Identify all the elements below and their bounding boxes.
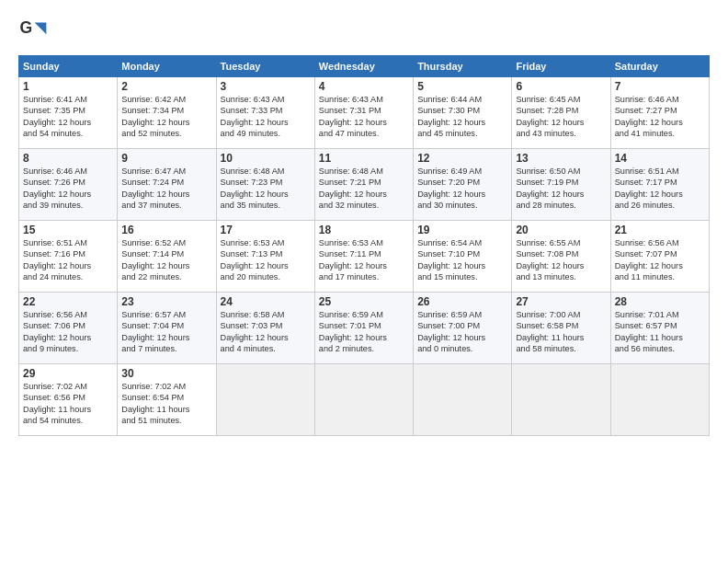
calendar-cell: 12Sunrise: 6:49 AMSunset: 7:20 PMDayligh… xyxy=(414,149,512,221)
day-info: Sunrise: 7:02 AMSunset: 6:56 PMDaylight:… xyxy=(23,381,113,427)
header-cell-tuesday: Tuesday xyxy=(216,56,314,77)
calendar-cell: 30Sunrise: 7:02 AMSunset: 6:54 PMDayligh… xyxy=(118,364,216,436)
day-number: 24 xyxy=(221,295,311,308)
day-info: Sunrise: 6:41 AMSunset: 7:35 PMDaylight:… xyxy=(23,94,113,140)
week-row-3: 15Sunrise: 6:51 AMSunset: 7:16 PMDayligh… xyxy=(19,221,710,293)
calendar-cell xyxy=(610,364,709,436)
calendar-cell: 1Sunrise: 6:41 AMSunset: 7:35 PMDaylight… xyxy=(19,77,118,149)
header-cell-wednesday: Wednesday xyxy=(314,56,413,77)
calendar-table: SundayMondayTuesdayWednesdayThursdayFrid… xyxy=(18,55,710,436)
day-number: 8 xyxy=(23,152,113,165)
day-number: 5 xyxy=(417,80,507,93)
calendar-cell: 24Sunrise: 6:58 AMSunset: 7:03 PMDayligh… xyxy=(216,293,314,364)
day-number: 23 xyxy=(121,295,211,308)
calendar-cell: 28Sunrise: 7:01 AMSunset: 6:57 PMDayligh… xyxy=(610,293,709,364)
day-number: 29 xyxy=(23,367,113,380)
day-info: Sunrise: 6:53 AMSunset: 7:13 PMDaylight:… xyxy=(221,237,311,283)
day-info: Sunrise: 6:56 AMSunset: 7:07 PMDaylight:… xyxy=(615,237,705,283)
calendar-cell xyxy=(414,364,512,436)
header-row: SundayMondayTuesdayWednesdayThursdayFrid… xyxy=(19,56,710,77)
calendar-cell: 14Sunrise: 6:51 AMSunset: 7:17 PMDayligh… xyxy=(610,149,709,221)
calendar-cell: 19Sunrise: 6:54 AMSunset: 7:10 PMDayligh… xyxy=(414,221,512,293)
day-number: 30 xyxy=(121,367,211,380)
calendar-cell: 27Sunrise: 7:00 AMSunset: 6:58 PMDayligh… xyxy=(512,293,610,364)
calendar-cell: 11Sunrise: 6:48 AMSunset: 7:21 PMDayligh… xyxy=(314,149,413,221)
day-number: 16 xyxy=(121,224,211,236)
calendar-cell: 20Sunrise: 6:55 AMSunset: 7:08 PMDayligh… xyxy=(512,221,610,293)
day-info: Sunrise: 6:43 AMSunset: 7:31 PMDaylight:… xyxy=(319,94,409,140)
day-info: Sunrise: 6:48 AMSunset: 7:21 PMDaylight:… xyxy=(319,166,409,212)
day-number: 4 xyxy=(319,80,409,93)
calendar-cell: 2Sunrise: 6:42 AMSunset: 7:34 PMDaylight… xyxy=(118,77,216,149)
calendar-cell: 4Sunrise: 6:43 AMSunset: 7:31 PMDaylight… xyxy=(314,77,413,149)
logo: G xyxy=(18,17,51,46)
day-info: Sunrise: 7:02 AMSunset: 6:54 PMDaylight:… xyxy=(121,381,211,427)
week-row-1: 1Sunrise: 6:41 AMSunset: 7:35 PMDaylight… xyxy=(19,77,710,149)
calendar-cell: 6Sunrise: 6:45 AMSunset: 7:28 PMDaylight… xyxy=(512,77,610,149)
svg-text:G: G xyxy=(20,18,33,37)
page: G SundayMondayTuesdayWednesdayThursdayFr… xyxy=(0,0,728,563)
day-number: 15 xyxy=(23,224,113,236)
day-info: Sunrise: 6:55 AMSunset: 7:08 PMDaylight:… xyxy=(516,237,606,283)
day-number: 22 xyxy=(23,295,113,308)
calendar-cell: 13Sunrise: 6:50 AMSunset: 7:19 PMDayligh… xyxy=(512,149,610,221)
day-number: 1 xyxy=(23,80,113,93)
day-info: Sunrise: 6:50 AMSunset: 7:19 PMDaylight:… xyxy=(516,166,606,212)
day-number: 20 xyxy=(516,224,606,236)
calendar-cell xyxy=(314,364,413,436)
day-number: 10 xyxy=(221,152,311,165)
day-info: Sunrise: 6:54 AMSunset: 7:10 PMDaylight:… xyxy=(417,237,507,283)
day-number: 6 xyxy=(516,80,606,93)
calendar-cell xyxy=(216,364,314,436)
day-info: Sunrise: 6:52 AMSunset: 7:14 PMDaylight:… xyxy=(121,237,211,283)
day-number: 25 xyxy=(319,295,409,308)
calendar-cell: 5Sunrise: 6:44 AMSunset: 7:30 PMDaylight… xyxy=(414,77,512,149)
day-info: Sunrise: 6:46 AMSunset: 7:26 PMDaylight:… xyxy=(23,166,113,212)
day-info: Sunrise: 7:00 AMSunset: 6:58 PMDaylight:… xyxy=(516,309,606,355)
calendar-cell: 26Sunrise: 6:59 AMSunset: 7:00 PMDayligh… xyxy=(414,293,512,364)
calendar-cell: 8Sunrise: 6:46 AMSunset: 7:26 PMDaylight… xyxy=(19,149,118,221)
day-info: Sunrise: 6:51 AMSunset: 7:16 PMDaylight:… xyxy=(23,237,113,283)
day-number: 12 xyxy=(417,152,507,165)
day-info: Sunrise: 6:45 AMSunset: 7:28 PMDaylight:… xyxy=(516,94,606,140)
calendar-cell: 9Sunrise: 6:47 AMSunset: 7:24 PMDaylight… xyxy=(118,149,216,221)
day-info: Sunrise: 6:58 AMSunset: 7:03 PMDaylight:… xyxy=(221,309,311,355)
day-info: Sunrise: 6:48 AMSunset: 7:23 PMDaylight:… xyxy=(221,166,311,212)
day-number: 3 xyxy=(221,80,311,93)
calendar-cell: 21Sunrise: 6:56 AMSunset: 7:07 PMDayligh… xyxy=(610,221,709,293)
calendar-cell: 25Sunrise: 6:59 AMSunset: 7:01 PMDayligh… xyxy=(314,293,413,364)
calendar-cell xyxy=(512,364,610,436)
logo-icon: G xyxy=(18,17,48,46)
header-cell-monday: Monday xyxy=(118,56,216,77)
calendar-cell: 3Sunrise: 6:43 AMSunset: 7:33 PMDaylight… xyxy=(216,77,314,149)
header-cell-thursday: Thursday xyxy=(414,56,512,77)
week-row-4: 22Sunrise: 6:56 AMSunset: 7:06 PMDayligh… xyxy=(19,293,710,364)
day-number: 14 xyxy=(615,152,705,165)
calendar-cell: 29Sunrise: 7:02 AMSunset: 6:56 PMDayligh… xyxy=(19,364,118,436)
day-info: Sunrise: 6:42 AMSunset: 7:34 PMDaylight:… xyxy=(121,94,211,140)
day-info: Sunrise: 6:49 AMSunset: 7:20 PMDaylight:… xyxy=(417,166,507,212)
calendar-cell: 15Sunrise: 6:51 AMSunset: 7:16 PMDayligh… xyxy=(19,221,118,293)
day-number: 19 xyxy=(417,224,507,236)
day-number: 26 xyxy=(417,295,507,308)
day-info: Sunrise: 6:56 AMSunset: 7:06 PMDaylight:… xyxy=(23,309,113,355)
day-number: 9 xyxy=(121,152,211,165)
calendar-cell: 16Sunrise: 6:52 AMSunset: 7:14 PMDayligh… xyxy=(118,221,216,293)
calendar-cell: 7Sunrise: 6:46 AMSunset: 7:27 PMDaylight… xyxy=(610,77,709,149)
day-number: 17 xyxy=(221,224,311,236)
svg-marker-1 xyxy=(35,22,47,34)
header-cell-saturday: Saturday xyxy=(610,56,709,77)
calendar-cell: 18Sunrise: 6:53 AMSunset: 7:11 PMDayligh… xyxy=(314,221,413,293)
day-number: 13 xyxy=(516,152,606,165)
day-number: 28 xyxy=(615,295,705,308)
day-number: 27 xyxy=(516,295,606,308)
day-info: Sunrise: 6:47 AMSunset: 7:24 PMDaylight:… xyxy=(121,166,211,212)
day-info: Sunrise: 6:57 AMSunset: 7:04 PMDaylight:… xyxy=(121,309,211,355)
calendar-cell: 10Sunrise: 6:48 AMSunset: 7:23 PMDayligh… xyxy=(216,149,314,221)
header-cell-friday: Friday xyxy=(512,56,610,77)
day-number: 11 xyxy=(319,152,409,165)
calendar-cell: 22Sunrise: 6:56 AMSunset: 7:06 PMDayligh… xyxy=(19,293,118,364)
day-number: 2 xyxy=(121,80,211,93)
calendar-cell: 23Sunrise: 6:57 AMSunset: 7:04 PMDayligh… xyxy=(118,293,216,364)
day-info: Sunrise: 6:59 AMSunset: 7:01 PMDaylight:… xyxy=(319,309,409,355)
